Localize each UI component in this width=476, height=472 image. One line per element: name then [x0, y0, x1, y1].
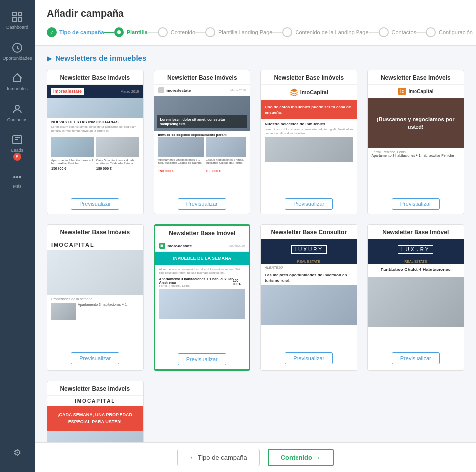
sidebar-item-inmuebles[interactable]: Inmuebles [0, 67, 35, 97]
sidebar-item-leads[interactable]: Leads 5 [0, 128, 35, 167]
card-2-title: Newsletter Base Imóveis [154, 70, 250, 85]
card-8-title: Newsletter Base Imóvel [368, 225, 464, 239]
step-label-configuracion: Configuración [439, 29, 473, 35]
step-plantilla[interactable]: Plantilla [114, 27, 148, 37]
newsletter-card-8[interactable]: Newsletter Base Imóvel LUXURY REAL ESTAT… [367, 224, 465, 371]
card-5-preview-btn[interactable]: Previsualizar [71, 352, 119, 364]
step-configuracion[interactable]: Configuración [426, 27, 473, 37]
newsletter-card-4[interactable]: Newsletter Base Imóveis ic imoCapital ¡B… [367, 70, 465, 214]
newsletter-grid-row3: Newsletter Base Imóveis IMOCAPITAL ¡CADA… [47, 381, 464, 442]
svg-rect-3 [18, 18, 22, 21]
step-contenido[interactable]: Contenido [158, 27, 195, 37]
stepper: ✓ Tipo de campaña Plantilla Contenido Pl… [47, 27, 464, 45]
svg-point-5 [15, 105, 19, 109]
card-1-title: Newsletter Base Imóveis [47, 70, 143, 85]
card-5-title: Newsletter Base Imóveis [47, 225, 143, 239]
svg-rect-1 [18, 12, 22, 16]
step-line-5 [369, 32, 379, 33]
page-header: Añadir campaña ✓ Tipo de campaña Plantil… [35, 0, 476, 46]
card-5-preview: IMOCAPITAL Propiedades de la semana. Apa… [47, 239, 143, 348]
step-label-landing: Plantilla Landing Page [218, 29, 272, 35]
svg-rect-0 [13, 12, 16, 16]
newsletter-card-7[interactable]: Newsletter Base Consultor LUXURY REAL ES… [260, 224, 357, 371]
step-label-contactos-step: Contactos [392, 29, 416, 35]
newsletter-card-9[interactable]: Newsletter Base Imóveis IMOCAPITAL ¡CADA… [47, 381, 144, 442]
newsletter-card-3[interactable]: Newsletter Base Imóveis imoCapital Uno d… [260, 70, 357, 214]
newsletter-grid-row1: Newsletter Base Imóveis imorealestate Ma… [47, 70, 464, 214]
step-contenido-landing[interactable]: Contenido de la Landing Page [282, 27, 368, 37]
step-label-contenido: Contenido [171, 29, 195, 35]
card-2-preview-btn[interactable]: Previsualizar [178, 198, 226, 210]
step-circle-landing [205, 27, 215, 37]
step-contactos[interactable]: Contactos [379, 27, 416, 37]
footer: ← Tipo de campaña Contenido → [35, 442, 476, 472]
step-line-3 [195, 32, 205, 33]
content-area: ▶ Newsletters de inmuebles Newsletter Ba… [35, 46, 476, 442]
card-4-title: Newsletter Base Imóveis [368, 70, 464, 85]
card-8-preview: LUXURY REAL ESTATE Fantástico Chalet 4 H… [368, 239, 464, 348]
check-icon: ✓ [50, 29, 54, 36]
next-button[interactable]: Contenido → [268, 449, 334, 466]
card-1-preview-btn[interactable]: Previsualizar [71, 198, 119, 210]
card-2-preview: imorealestate Marzo 2019 Lorem ipsum dol… [154, 85, 250, 194]
card-1-preview: imorealestate Marzo 2019 NUEVAS OFERTAS … [47, 85, 143, 194]
step-line-4 [272, 32, 282, 33]
sidebar-label-leads: Leads [11, 148, 24, 153]
inmuebles-icon [11, 72, 23, 84]
step-line-6 [416, 32, 426, 33]
step-line-1 [104, 32, 114, 33]
sidebar-item-dashboard[interactable]: Dashboard [0, 5, 35, 36]
contactos-icon [11, 103, 23, 115]
newsletter-card-5[interactable]: Newsletter Base Imóveis IMOCAPITAL Propi… [47, 224, 144, 371]
svg-rect-2 [13, 18, 16, 21]
sidebar-label-contactos: Contactos [7, 117, 28, 122]
card-1-btn-row: Previsualizar [47, 194, 143, 214]
sidebar-item-settings[interactable]: ⚙ [11, 441, 24, 464]
step-circle-contactos [379, 27, 389, 37]
step-label-tipo: Tipo de campaña [60, 29, 104, 35]
card-3-preview: imoCapital Uno de estos inmuebles puede … [261, 85, 357, 194]
sidebar-item-oportunidades[interactable]: Oportunidades [0, 36, 35, 67]
step-label-plantilla: Plantilla [127, 29, 148, 35]
page-title: Añadir campaña [47, 8, 464, 19]
chevron-icon: ▶ [47, 54, 52, 62]
section-header: ▶ Newsletters de inmuebles [47, 54, 464, 62]
newsletter-card-1[interactable]: Newsletter Base Imóveis imorealestate Ma… [47, 70, 144, 214]
newsletter-card-6[interactable]: Newsletter Base Imóvel ▣ imorealestate M… [154, 224, 251, 371]
leads-icon [11, 134, 23, 146]
step-circle-tipo: ✓ [47, 27, 57, 37]
sidebar-item-contactos[interactable]: Contactos [0, 97, 35, 128]
sidebar-label-inmuebles: Inmuebles [7, 86, 28, 91]
card-6-preview-btn[interactable]: Previsualizar [178, 353, 226, 365]
step-label-contenido-landing: Contenido de la Landing Page [295, 29, 368, 35]
step-circle-contenido-landing [282, 27, 292, 37]
newsletter-grid-row2: Newsletter Base Imóveis IMOCAPITAL Propi… [47, 224, 464, 371]
card-3-preview-btn[interactable]: Previsualizar [285, 198, 333, 210]
sidebar-label-dashboard: Dashboard [6, 25, 28, 30]
active-dot [117, 30, 121, 34]
sidebar-label-oportunidades: Oportunidades [2, 56, 32, 61]
step-tipo[interactable]: ✓ Tipo de campaña [47, 27, 104, 37]
card-8-preview-btn[interactable]: Previsualizar [392, 352, 440, 364]
section-title: Newsletters de inmuebles [55, 54, 146, 62]
mas-dots-icon: ••• [13, 173, 22, 182]
newsletter-card-2[interactable]: Newsletter Base Imóveis imorealestate Ma… [154, 70, 251, 214]
step-circle-contenido [158, 27, 168, 37]
card-6-preview: ▣ imorealestate Marzo 2019 INMUEBLE DE L… [155, 240, 249, 349]
leads-badge: 5 [13, 153, 21, 161]
settings-icon: ⚙ [13, 447, 21, 458]
card-3-title: Newsletter Base Imóveis [261, 70, 357, 85]
card-4-preview: ic imoCapital ¡Buscamos y negociamos por… [368, 85, 464, 194]
step-circle-configuracion [426, 27, 436, 37]
card-7-preview-btn[interactable]: Previsualizar [285, 352, 333, 364]
card1-heading: NUEVAS OFERTAS INMOBILIARIAS [51, 120, 139, 124]
step-circle-plantilla [114, 27, 124, 37]
main-area: Añadir campaña ✓ Tipo de campaña Plantil… [35, 0, 476, 472]
card-4-preview-btn[interactable]: Previsualizar [392, 198, 440, 210]
back-button[interactable]: ← Tipo de campaña [177, 449, 259, 466]
card-7-title: Newsletter Base Consultor [261, 225, 357, 239]
sidebar: Dashboard Oportunidades Inmuebles Contac… [0, 0, 35, 472]
step-landing-page[interactable]: Plantilla Landing Page [205, 27, 272, 37]
sidebar-item-mas[interactable]: ••• Más [0, 167, 35, 195]
card-7-preview: LUXURY REAL ESTATE ALENTEJO Las mejores … [261, 239, 357, 348]
